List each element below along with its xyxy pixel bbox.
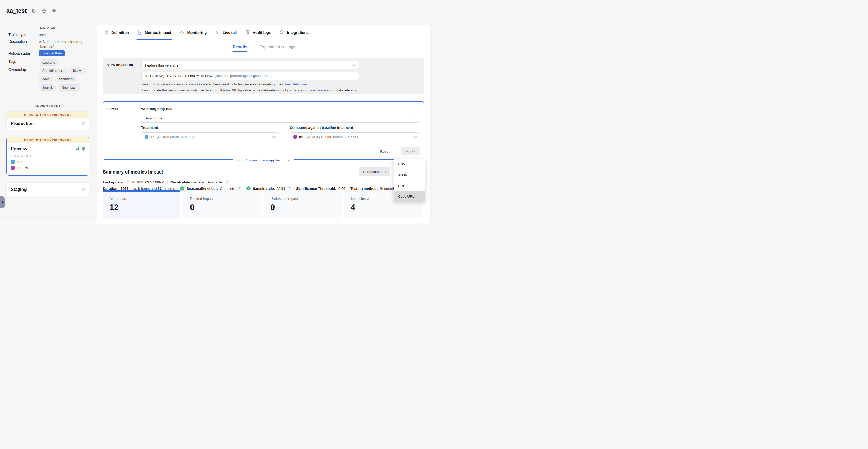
apply-button[interactable]: Apply — [401, 147, 420, 155]
puzzle-icon — [280, 30, 284, 35]
impact-type-dropdown[interactable]: Feature flag versions — [141, 61, 359, 69]
environment-status-dot-active — [82, 147, 85, 151]
treatments-heading: TREATMENTS — [11, 154, 85, 157]
owner-chip[interactable]: New Team — [58, 84, 81, 91]
treatment-dropdown[interactable]: on (Unique users: 316,341) — [141, 132, 279, 141]
rollout-status-badge[interactable]: External Beta — [39, 51, 65, 56]
environment-name-preview: Preview — [11, 146, 76, 151]
treatment-on-swatch — [145, 135, 148, 139]
owner-chip[interactable]: Team1 — [39, 84, 56, 91]
significance-label: Significance Threshold: — [296, 187, 336, 190]
baseline-dropdown-value: off — [299, 135, 304, 139]
card-desired-impact[interactable]: Desired impact 0 — [183, 190, 261, 219]
treatment-on-row: on — [11, 159, 85, 164]
menu-item-csv[interactable]: CSV — [394, 159, 425, 170]
gear-icon[interactable] — [52, 8, 57, 14]
seasonality-label: Seasonality effect: — [187, 187, 218, 190]
production-environment-banner: PRODUCTION ENVIRONMENT — [6, 112, 89, 118]
treatment-dropdown-value: on — [150, 135, 155, 139]
tab-metrics-impact[interactable]: Metrics impact — [137, 25, 172, 40]
duration-label: Duration: — [103, 187, 119, 190]
help-icon[interactable]: ? — [287, 187, 291, 190]
filters-label: Filters — [107, 107, 118, 111]
subtab-results[interactable]: Results — [232, 40, 247, 54]
tag-chip[interactable]: backend — [39, 59, 59, 66]
description-value: A/A test to check telemetry "fairness" — [39, 39, 89, 49]
more-filters-label: 0 more filters applied — [246, 158, 281, 162]
details-divider: DETAILS — [6, 26, 89, 29]
page-title-row: aa_test — [6, 7, 57, 14]
testing-method-label: Testing method: — [350, 187, 378, 190]
version-note-2: If you update this version we will only … — [141, 88, 358, 92]
view-impact-section: View impact for Feature flag versions V2… — [103, 58, 424, 94]
treatment-off-row: off ✳ — [11, 166, 85, 170]
ownership-label: Ownership — [8, 67, 39, 91]
chevron-down-icon — [413, 116, 417, 119]
chevron-right-icon — [2, 200, 4, 204]
treatment-on-label: on — [17, 159, 22, 164]
tab-monitoring[interactable]: Monitoring — [180, 25, 207, 40]
app-root: aa_test DETAILS Traffic type user Descri… — [0, 0, 434, 224]
chevron-down-icon — [384, 170, 387, 173]
treatment-dropdown-detail: (Unique users: 316,341) — [157, 135, 195, 139]
view-definition-link[interactable]: View definition — [285, 82, 307, 86]
last-update-label: Last update: — [103, 180, 124, 184]
summary-title: Summary of metrics impact — [103, 169, 163, 175]
results-content: View impact for Feature flag versions V2… — [97, 54, 430, 224]
tab-definition[interactable]: Definition — [104, 25, 129, 40]
baseline-dropdown[interactable]: off (Default | Unique users: 315,461) — [290, 132, 420, 141]
tab-label: Definition — [112, 30, 129, 35]
menu-item-copy-url[interactable]: Copy URL — [394, 191, 425, 202]
sidebar-expand-handle[interactable] — [0, 196, 5, 208]
details-heading: DETAILS — [40, 26, 55, 29]
reset-button[interactable]: Reset — [380, 150, 389, 153]
copy-icon[interactable] — [32, 8, 37, 14]
page-title: aa_test — [6, 7, 27, 14]
more-filters-toggle[interactable]: 0 more filters applied — [233, 158, 294, 162]
tab-integrations[interactable]: Integrations — [280, 25, 309, 40]
owner-chip[interactable]: dave — [39, 76, 53, 82]
significance-value: 0.05 — [338, 187, 345, 190]
seasonality-value: Complete — [220, 187, 235, 190]
owner-chip[interactable]: Administrators — [39, 67, 67, 74]
environment-card-staging[interactable]: Staging — [6, 182, 89, 197]
targeting-rule-label: With targeting rule — [141, 107, 172, 111]
subtab-experiment-settings[interactable]: Experiment settings — [259, 40, 295, 54]
metrics-summary-cards: All metrics 12 Desired impact 0 Undesire… — [103, 190, 422, 219]
owner-chip[interactable]: channing — [55, 76, 76, 82]
info-icon[interactable]: i — [225, 180, 228, 184]
card-value: 4 — [351, 203, 422, 212]
recalculate-button[interactable]: Recalculate — [359, 167, 391, 176]
card-value: 0 — [190, 203, 261, 212]
card-all-metrics[interactable]: All metrics 12 — [103, 190, 181, 219]
menu-item-json[interactable]: JSON — [394, 170, 425, 180]
chevron-down-icon — [352, 73, 356, 77]
main-panel: Definition Metrics impact Monitoring Liv… — [97, 25, 430, 224]
menu-item-pdf[interactable]: PDF — [394, 180, 425, 191]
help-icon[interactable]: ? — [237, 187, 241, 190]
environment-divider: ENVIRONMENT — [6, 104, 89, 108]
learn-more-link[interactable]: Learn more — [308, 88, 326, 92]
traffic-type-label: Traffic type — [8, 33, 39, 37]
card-label: Undesired impact — [270, 197, 341, 201]
recalculate-metrics-label: Recalculate metrics: — [170, 180, 205, 184]
traffic-type-row: Traffic type user — [8, 33, 90, 37]
tab-live-tail[interactable]: Live tail — [215, 25, 237, 40]
environment-card-production[interactable]: PRODUCTION ENVIRONMENT Production — [6, 112, 89, 130]
tab-audit-logs[interactable]: Audit logs — [245, 25, 271, 40]
star-icon[interactable] — [41, 8, 47, 14]
impact-type-dropdown-value: Feature flag versions — [145, 63, 178, 67]
scrollbar-gutter[interactable] — [430, 0, 434, 224]
last-update-value: 05/30/2025 03:57:06PM — [126, 180, 164, 184]
card-undesired-impact[interactable]: Undesired impact 0 — [264, 190, 341, 219]
tab-label: Live tail — [222, 30, 237, 35]
targeting-rule-dropdown[interactable]: default rule — [141, 114, 420, 122]
environment-card-preview[interactable]: PRODUCTION ENVIRONMENT Preview ⇄ TREATME… — [6, 137, 89, 176]
treatment-off-label: off — [17, 166, 22, 170]
owner-chip[interactable]: bilal+1 — [70, 67, 87, 74]
tab-label: Audit logs — [252, 30, 271, 35]
version-dropdown[interactable]: V21 (Active) (10/03/2022 04:59PM To Now)… — [141, 71, 359, 80]
environment-status-dot — [82, 188, 85, 191]
baseline-label: Compared against baseline treatment — [290, 126, 353, 129]
treatment-off-swatch — [293, 135, 297, 139]
